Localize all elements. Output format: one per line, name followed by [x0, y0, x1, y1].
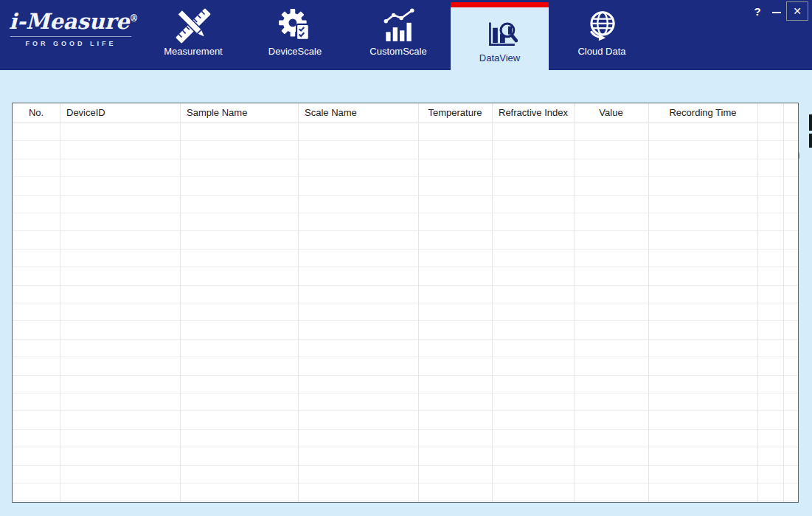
column-header-refractive-index: Refractive Index: [492, 103, 574, 123]
tab-label: CustomScale: [352, 46, 445, 57]
column-header-blank: [757, 103, 783, 123]
bar-line-chart-icon: [352, 8, 445, 44]
chart-magnifier-icon: [451, 15, 549, 50]
help-button[interactable]: ?: [749, 4, 766, 20]
tab-devicescale[interactable]: DeviceScale: [249, 0, 341, 70]
tab-dataview[interactable]: DataView: [451, 2, 549, 70]
app-logo: i-Measure® FOR GOOD LIFE: [9, 9, 133, 47]
edge-scrollbar-mark: [809, 134, 812, 148]
results-table: No.DeviceIDSample NameScale NameTemperat…: [12, 103, 799, 503]
column-header-scale-name: Scale Name: [298, 103, 418, 123]
registered-mark: ®: [130, 13, 139, 24]
tab-label: Measurement: [148, 46, 239, 57]
column-header-recording-time: Recording Time: [648, 103, 757, 123]
active-tab-indicator: [451, 2, 549, 7]
column-header-deviceid: DeviceID: [60, 103, 180, 123]
column-header-no-: No.: [13, 103, 60, 123]
column-header-temperature: Temperature: [418, 103, 492, 123]
filter-bar: Sample Name: --All-- Temperature -10 ~ 1…: [0, 70, 812, 103]
brand-name: i-Measure®: [9, 9, 133, 34]
table-header-row: No.DeviceIDSample NameScale NameTemperat…: [13, 103, 798, 123]
tab-label: Cloud Data: [555, 46, 649, 57]
column-header-value: Value: [574, 103, 648, 123]
column-header-blank: [783, 103, 798, 123]
table-body-empty: [13, 123, 798, 502]
app-header: i-Measure® FOR GOOD LIFE: [0, 0, 812, 70]
globe-sync-icon: [555, 8, 649, 44]
ruler-pencil-icon: [148, 8, 239, 44]
tab-label: DeviceScale: [249, 46, 341, 57]
close-button[interactable]: ✕: [786, 1, 808, 21]
tab-customscale[interactable]: CustomScale: [352, 0, 445, 70]
tab-label: DataView: [451, 52, 549, 63]
edge-scrollbar-mark: [809, 114, 812, 131]
tab-clouddata[interactable]: Cloud Data: [555, 0, 649, 70]
minimize-button[interactable]: [768, 4, 785, 20]
brand-tagline: FOR GOOD LIFE: [9, 40, 133, 47]
gear-checklist-icon: [249, 8, 341, 44]
column-header-sample-name: Sample Name: [180, 103, 298, 123]
tab-measurement[interactable]: Measurement: [148, 0, 239, 70]
logo-divider: [10, 36, 131, 37]
minimize-icon: [772, 12, 781, 13]
